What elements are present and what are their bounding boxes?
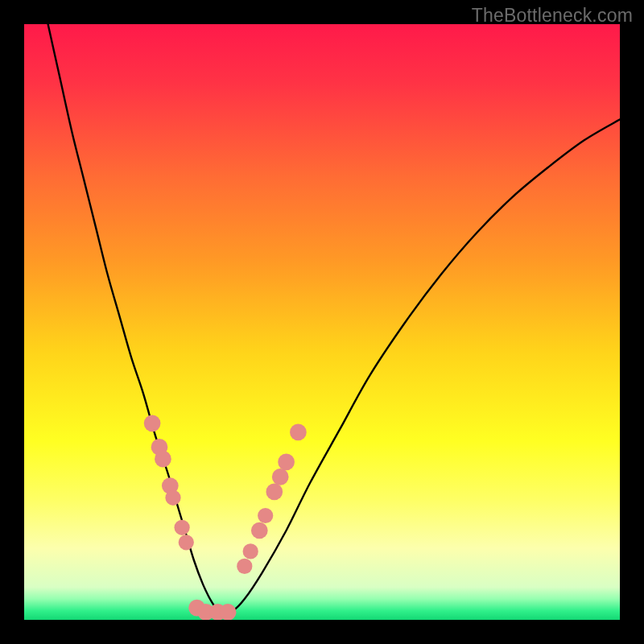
gradient-background — [24, 24, 620, 620]
marker-point — [251, 522, 268, 539]
marker-point — [243, 543, 258, 559]
marker-point — [174, 520, 189, 535]
marker-point — [165, 490, 180, 506]
watermark-label: TheBottleneck.com — [472, 5, 633, 27]
plot-svg — [24, 24, 620, 620]
marker-point — [179, 535, 194, 550]
marker-point — [266, 484, 283, 501]
marker-point — [278, 454, 295, 471]
plot-area — [24, 24, 620, 620]
marker-point — [220, 604, 237, 620]
marker-point — [258, 508, 273, 523]
marker-point — [237, 559, 252, 574]
marker-point — [155, 451, 171, 468]
chart-frame: TheBottleneck.com — [0, 0, 644, 644]
marker-point — [144, 415, 161, 431]
marker-point — [290, 424, 307, 441]
marker-point — [272, 469, 289, 485]
